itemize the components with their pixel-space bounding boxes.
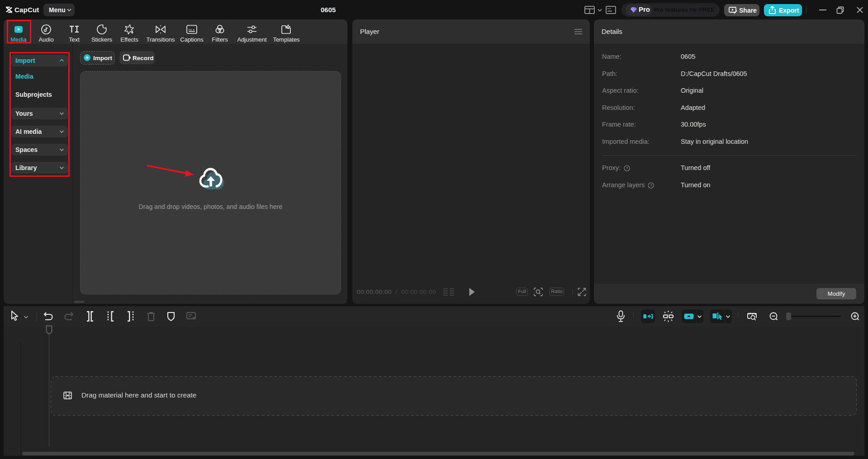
svg-text:?: ? [626, 166, 628, 170]
svg-text:?: ? [650, 183, 652, 188]
